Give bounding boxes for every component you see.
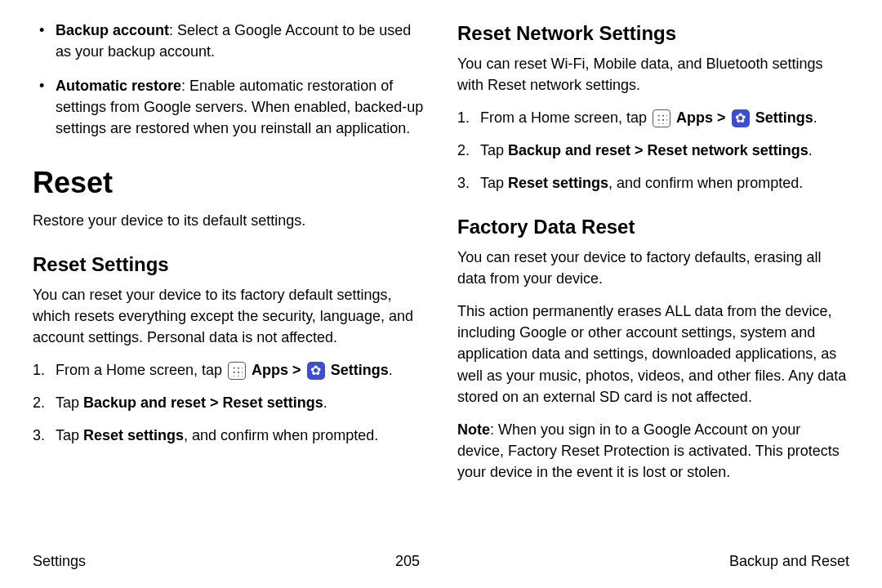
note-label: Note xyxy=(457,421,490,438)
reset-network-steps: 1. From a Home screen, tap Apps > Settin… xyxy=(457,107,849,194)
step-number: 3. xyxy=(33,425,45,446)
heading-reset: Reset xyxy=(33,162,425,204)
period: . xyxy=(323,394,327,411)
footer-right: Backup and Reset xyxy=(729,553,849,570)
step-2: 2. Tap Backup and reset > Reset network … xyxy=(480,140,849,161)
factory-reset-p2: This action permanently erases ALL data … xyxy=(457,301,849,407)
step-number: 2. xyxy=(457,140,470,161)
factory-reset-note: Note: When you sign in to a Google Accou… xyxy=(457,419,849,483)
step-3: 3. Tap Reset settings, and confirm when … xyxy=(56,425,425,446)
step-2: 2. Tap Backup and reset > Reset settings… xyxy=(56,392,425,413)
right-column: Reset Network Settings You can reset Wi-… xyxy=(457,20,849,510)
period: . xyxy=(389,362,393,378)
settings-label: Settings xyxy=(755,109,813,126)
reset-settings-desc: You can reset your device to its factory… xyxy=(33,284,425,348)
heading-reset-settings: Reset Settings xyxy=(33,251,425,279)
page-footer: Settings 205 Backup and Reset xyxy=(33,553,849,570)
apps-icon xyxy=(228,362,246,380)
left-column: Backup account: Select a Google Account … xyxy=(33,20,425,510)
step-bold: Backup and reset > Reset network setting… xyxy=(508,142,808,158)
step-number: 3. xyxy=(457,172,470,194)
step-text-pre: Tap xyxy=(480,142,508,158)
bullet-term: Automatic restore xyxy=(56,78,181,94)
step-number: 1. xyxy=(33,359,45,381)
period: . xyxy=(808,142,813,158)
step-text-pre: Tap xyxy=(56,394,83,411)
step-number: 1. xyxy=(457,107,470,128)
step-text-pre: From a Home screen, tap xyxy=(480,109,651,126)
chevron-right: > xyxy=(292,362,301,378)
step-bold: Reset settings xyxy=(508,175,608,191)
step-bold: Backup and reset > Reset settings xyxy=(83,394,323,411)
step-3: 3. Tap Reset settings, and confirm when … xyxy=(480,172,849,194)
reset-subtitle: Restore your device to its default setti… xyxy=(33,210,425,231)
heading-factory-reset: Factory Data Reset xyxy=(457,213,849,242)
footer-page-number: 205 xyxy=(395,553,420,570)
step-number: 2. xyxy=(33,392,45,413)
step-text-post: , and confirm when prompted. xyxy=(184,427,378,443)
reset-network-desc: You can reset Wi-Fi, Mobile data, and Bl… xyxy=(457,53,849,96)
heading-reset-network: Reset Network Settings xyxy=(457,20,849,48)
footer-left: Settings xyxy=(33,553,86,570)
factory-reset-p1: You can reset your device to factory def… xyxy=(457,247,849,289)
bullet-backup-account: Backup account: Select a Google Account … xyxy=(56,20,425,62)
bullet-automatic-restore: Automatic restore: Enable automatic rest… xyxy=(56,75,425,139)
settings-icon xyxy=(307,362,325,380)
settings-label: Settings xyxy=(331,362,389,378)
apps-icon xyxy=(653,109,670,127)
step-text-pre: From a Home screen, tap xyxy=(56,362,226,378)
step-1: 1. From a Home screen, tap Apps > Settin… xyxy=(56,359,425,381)
bullet-term: Backup account xyxy=(56,22,169,38)
step-text-pre: Tap xyxy=(480,175,508,191)
note-body: : When you sign in to a Google Account o… xyxy=(457,421,840,480)
apps-label: Apps xyxy=(252,362,288,378)
step-bold: Reset settings xyxy=(83,427,184,443)
step-1: 1. From a Home screen, tap Apps > Settin… xyxy=(480,107,849,128)
step-text-pre: Tap xyxy=(56,427,83,443)
apps-label: Apps xyxy=(676,109,713,126)
bullet-list: Backup account: Select a Google Account … xyxy=(33,20,425,139)
chevron-right: > xyxy=(717,109,726,126)
period: . xyxy=(813,109,817,126)
step-text-post: , and confirm when prompted. xyxy=(608,175,803,191)
settings-icon xyxy=(732,109,750,127)
reset-settings-steps: 1. From a Home screen, tap Apps > Settin… xyxy=(33,359,425,446)
content-columns: Backup account: Select a Google Account … xyxy=(33,20,849,510)
